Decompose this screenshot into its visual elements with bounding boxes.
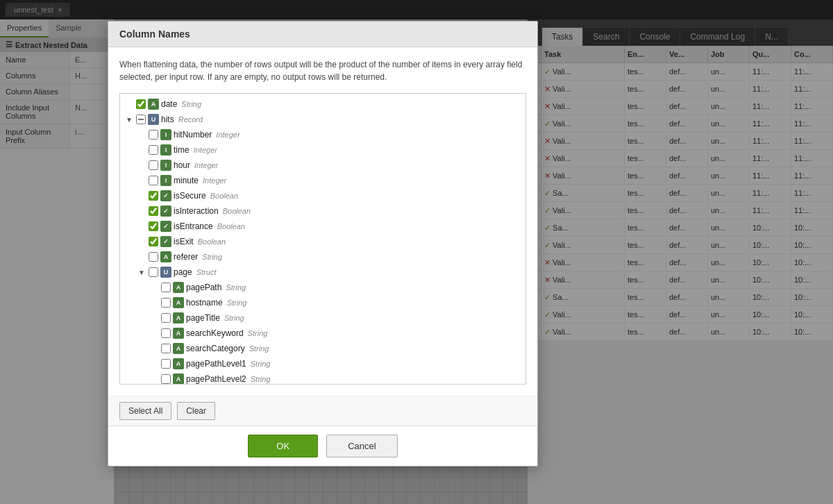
tree-toggle-icon: [137, 191, 146, 201]
tree-checkbox[interactable]: [149, 145, 158, 155]
tree-item: AdateString: [120, 96, 525, 112]
field-type: Record: [178, 115, 203, 124]
tree-toggle-icon: [149, 374, 159, 384]
field-name: hour: [174, 160, 190, 170]
type-badge: ✓: [160, 236, 171, 247]
tree-item: ✓isSecureBoolean: [120, 188, 525, 203]
tree-toggle-icon: [137, 145, 146, 155]
tree-item: ApagePathLevel2String: [120, 371, 525, 385]
tree-checkbox[interactable]: [161, 374, 171, 384]
type-badge: U: [148, 114, 159, 125]
field-type: String: [249, 344, 269, 353]
type-badge: I: [160, 144, 171, 156]
field-type: String: [227, 299, 247, 307]
tree-checkbox[interactable]: [149, 206, 158, 216]
field-type: Struct: [196, 268, 217, 276]
tree-item: ApagePathString: [120, 280, 525, 295]
tree-checkbox[interactable]: [149, 267, 158, 277]
tree-toggle-icon[interactable]: ▼: [137, 267, 146, 277]
field-type: Boolean: [198, 237, 226, 246]
tree-toggle-icon: [149, 328, 159, 338]
tree-checkbox[interactable]: [149, 160, 158, 170]
type-badge: A: [173, 373, 184, 385]
type-badge: A: [148, 99, 159, 110]
tree-checkbox[interactable]: [161, 313, 171, 323]
tree-checkbox[interactable]: [136, 99, 146, 109]
type-badge: ✓: [160, 190, 171, 201]
field-name: searchKeyword: [186, 328, 244, 338]
field-type: String: [251, 360, 271, 368]
tree-checkbox[interactable]: [149, 221, 158, 231]
tree-toggle-icon: [137, 237, 146, 246]
dialog-title-bar: Column Names: [108, 22, 537, 47]
tree-checkbox[interactable]: [161, 283, 171, 292]
tree-item: AsearchCategoryString: [120, 341, 525, 356]
tree-toggle-icon: [137, 252, 146, 262]
tree-checkbox[interactable]: [136, 115, 146, 124]
dialog-title: Column Names: [119, 28, 190, 40]
tree-checkbox[interactable]: [161, 298, 171, 308]
tree-checkbox[interactable]: [149, 237, 158, 246]
field-type: Boolean: [223, 207, 251, 215]
tree-toggle-icon: [149, 313, 159, 323]
type-badge: A: [173, 343, 184, 354]
column-tree[interactable]: AdateString▼UhitsRecordIhitNumberInteger…: [119, 93, 526, 385]
field-type: Integer: [194, 146, 217, 154]
field-name: time: [174, 145, 190, 155]
type-badge: U: [160, 267, 171, 278]
type-badge: I: [160, 160, 171, 171]
dialog-body: When flattening data, the number of rows…: [108, 47, 537, 396]
tree-toggle-icon: [137, 206, 146, 216]
field-type: String: [181, 100, 201, 108]
field-name: hitNumber: [174, 130, 212, 140]
tree-toggle-icon: [149, 344, 159, 353]
type-badge: ✓: [160, 221, 171, 232]
tree-checkbox[interactable]: [149, 252, 158, 262]
tree-toggle-icon: [149, 359, 159, 369]
cancel-button[interactable]: Cancel: [326, 435, 397, 457]
type-badge: I: [160, 175, 171, 186]
field-type: Integer: [194, 161, 218, 169]
column-names-dialog: Column Names When flattening data, the n…: [108, 21, 538, 467]
field-type: Integer: [203, 176, 226, 185]
tree-checkbox[interactable]: [161, 328, 171, 338]
tree-checkbox[interactable]: [161, 359, 171, 369]
select-all-button[interactable]: Select All: [119, 402, 171, 420]
field-type: String: [248, 329, 268, 337]
tree-toggle-icon: [149, 283, 159, 292]
dialog-footer: OK Cancel: [108, 426, 537, 466]
tree-toggle-icon[interactable]: ▼: [124, 115, 134, 124]
type-badge: ✓: [160, 205, 171, 217]
field-name: pagePathLevel1: [186, 359, 246, 369]
tree-item: ✓isInteractionBoolean: [120, 203, 525, 219]
type-badge: A: [173, 282, 184, 293]
field-name: hostname: [186, 298, 223, 308]
tree-item: ✓isExitBoolean: [120, 234, 525, 249]
field-name: searchCategory: [186, 344, 245, 353]
action-row: Select All Clear: [108, 396, 537, 426]
tree-item: AhostnameString: [120, 295, 525, 310]
tree-item: ▼UpageStruct: [120, 264, 525, 280]
tree-item: ArefererString: [120, 249, 525, 264]
tree-item: ▼UhitsRecord: [120, 112, 525, 127]
tree-checkbox[interactable]: [149, 130, 158, 140]
dialog-description: When flattening data, the number of rows…: [119, 58, 526, 83]
field-type: Boolean: [217, 222, 245, 230]
tree-checkbox[interactable]: [149, 191, 158, 201]
tree-checkbox[interactable]: [161, 344, 171, 353]
type-badge: A: [173, 312, 184, 324]
type-badge: A: [173, 358, 184, 369]
field-type: Integer: [216, 131, 239, 139]
field-type: String: [224, 314, 244, 322]
tree-item: ApageTitleString: [120, 310, 525, 326]
type-badge: A: [173, 297, 184, 308]
ok-button[interactable]: OK: [248, 435, 318, 457]
tree-toggle-icon: [124, 99, 134, 109]
tree-toggle-icon: [137, 160, 146, 170]
clear-button[interactable]: Clear: [177, 402, 215, 420]
field-type: String: [226, 283, 246, 292]
tree-checkbox[interactable]: [149, 176, 158, 185]
field-type: String: [251, 375, 271, 383]
field-name: pagePathLevel2: [186, 374, 246, 384]
type-badge: A: [173, 328, 184, 339]
